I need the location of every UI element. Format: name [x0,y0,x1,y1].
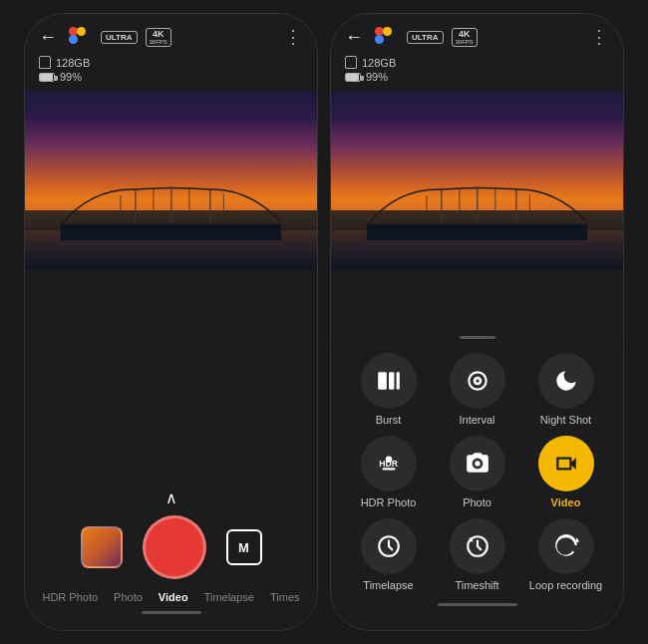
mode-grid: Burst Interval [347,353,607,591]
controls-row: M [25,515,317,579]
right-google-logo [375,27,395,47]
interval-icon-circle[interactable] [450,353,505,409]
svg-rect-17 [389,372,394,389]
left-viewfinder[interactable] [25,91,317,270]
right-ultra-badge: ULTRA [407,31,444,44]
storage-icon [39,56,51,69]
tab-hdr-photo[interactable]: HDR Photo [42,591,98,603]
bridge-svg [25,180,317,240]
timelapse-icon [376,533,402,559]
right-battery-icon [345,73,361,82]
mode-photo[interactable]: Photo [436,436,518,508]
mode-video[interactable]: Video [524,436,607,508]
svg-rect-15 [367,224,587,241]
right-4k-badge: 4K 30FPS [452,28,478,47]
home-bar [438,603,517,606]
tab-photo[interactable]: Photo [114,591,143,603]
svg-rect-23 [382,468,395,470]
panel-handle [460,336,495,339]
more-options-button[interactable]: ⋮ [284,26,303,48]
svg-rect-18 [396,372,399,389]
timeshift-label: Timeshift [455,579,498,591]
left-top-bar: ← ULTRA 4K 30FPS ⋮ [25,14,317,54]
right-more-options-button[interactable]: ⋮ [590,26,609,48]
hdr-photo-icon: HDR [376,451,402,477]
svg-rect-7 [61,224,281,241]
night-shot-icon-circle[interactable] [538,353,594,409]
right-back-button[interactable]: ← [345,27,363,48]
mode-panel: Burst Interval [331,328,623,630]
hdr-photo-label: HDR Photo [361,496,417,508]
right-top-bar: ← ULTRA 4K 30FPS ⋮ [331,14,623,54]
photo-icon [465,451,490,477]
shutter-button[interactable] [143,515,206,579]
right-status-bar: 128GB 99% [331,54,623,91]
gallery-thumbnail[interactable] [81,526,123,568]
interval-label: Interval [459,414,494,426]
google-logo [69,27,89,47]
4k-badge: 4K 30FPS [146,28,171,47]
scroll-indicator [142,611,201,614]
tab-video[interactable]: Video [159,591,188,603]
mode-timeshift[interactable]: Timeshift [436,518,518,591]
night-shot-icon [553,368,579,394]
loop-recording-icon-circle[interactable] [538,518,594,574]
video-icon [553,451,579,477]
svg-point-24 [385,456,392,463]
swipe-up-hint[interactable]: ∧ [25,488,317,507]
right-storage-icon [345,56,357,69]
mode-badge[interactable]: M [226,529,262,565]
battery-value: 99% [60,71,82,83]
video-label: Video [551,496,581,508]
back-button[interactable]: ← [39,27,57,48]
ultra-badge: ULTRA [101,31,138,44]
loop-recording-label: Loop recording [529,579,602,591]
tab-timelapse[interactable]: Timelapse [204,591,254,603]
timelapse-icon-circle[interactable] [361,518,417,574]
timeshift-icon [465,533,490,559]
right-battery-value: 99% [366,71,388,83]
left-phone: ← ULTRA 4K 30FPS ⋮ 128GB [24,13,318,631]
burst-label: Burst [376,414,402,426]
mode-hdr-photo[interactable]: HDR HDR Photo [347,436,430,508]
svg-point-21 [476,379,479,382]
mode-tabs: HDR Photo Photo Video Timelapse Times [25,591,317,603]
interval-icon [465,368,490,394]
phones-container: ← ULTRA 4K 30FPS ⋮ 128GB [14,3,634,641]
video-icon-circle[interactable] [538,436,594,491]
hdr-photo-icon-circle[interactable]: HDR [361,436,417,491]
loop-recording-icon [553,533,579,559]
burst-icon [376,368,402,394]
burst-icon-circle[interactable] [361,353,417,409]
mode-interval[interactable]: Interval [436,353,518,426]
mode-burst[interactable]: Burst [347,353,430,426]
right-phone: ← ULTRA 4K 30FPS ⋮ 128GB [330,13,624,631]
right-viewfinder[interactable] [331,91,623,270]
timeshift-icon-circle[interactable] [450,518,505,574]
tab-times[interactable]: Times [270,591,300,603]
battery-icon [39,73,55,82]
photo-icon-circle[interactable] [450,436,505,491]
mode-loop-recording[interactable]: Loop recording [524,518,607,591]
left-bottom-section: ∧ M HDR Photo Photo Video Timelapse Time… [25,479,317,630]
left-status-bar: 128GB 99% [25,54,317,91]
right-bridge-svg [331,180,623,240]
storage-value: 128GB [56,57,90,69]
timelapse-label: Timelapse [363,579,413,591]
photo-label: Photo [463,496,491,508]
svg-rect-16 [378,372,387,389]
svg-point-25 [475,461,480,466]
mode-timelapse[interactable]: Timelapse [347,518,430,591]
night-shot-label: Night Shot [540,414,591,426]
right-storage-value: 128GB [362,57,396,69]
mode-night-shot[interactable]: Night Shot [524,353,607,426]
